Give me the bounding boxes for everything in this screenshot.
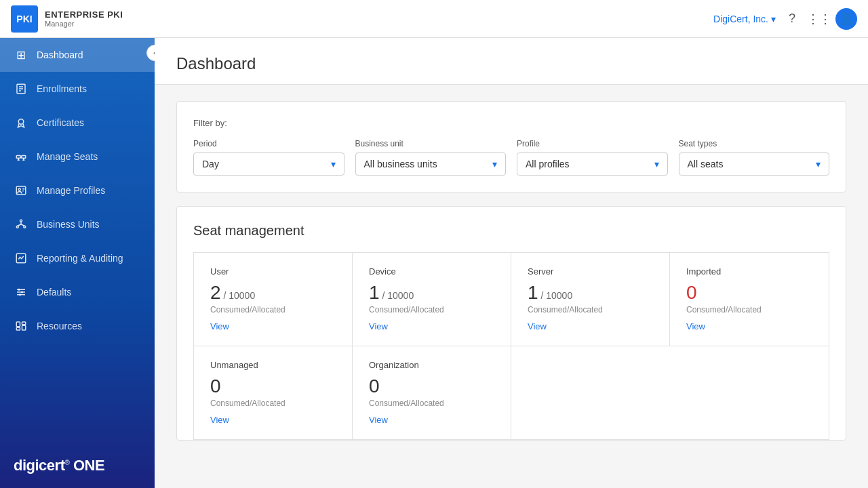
chevron-down-icon: ▾ xyxy=(331,159,336,169)
svg-point-16 xyxy=(16,226,18,228)
business-unit-select[interactable]: All business units ▾ xyxy=(355,152,507,176)
seat-type-label: Imported xyxy=(686,266,812,277)
sidebar-item-label: Defaults xyxy=(37,287,71,298)
filter-group-business-unit: Business unit All business units ▾ xyxy=(355,139,507,176)
view-link[interactable]: View xyxy=(369,415,388,425)
seat-types-select[interactable]: All seats ▾ xyxy=(679,152,830,176)
svg-point-25 xyxy=(18,289,20,291)
defaults-icon xyxy=(14,285,28,300)
filter-card: Filter by: Period Day ▾ Business unit Al… xyxy=(176,101,846,192)
svg-rect-5 xyxy=(16,156,20,159)
org-selector[interactable]: DigiCert, Inc. ▾ xyxy=(713,14,776,24)
seat-count: 0 xyxy=(210,375,336,397)
seat-grid: User2 / 10000Consumed/AllocatedViewDevic… xyxy=(193,252,829,440)
seat-management-title: Seat management xyxy=(193,223,829,239)
seat-types-label: Seat types xyxy=(679,139,830,148)
seat-count: 1 / 10000 xyxy=(369,282,494,304)
chevron-down-icon: ▾ xyxy=(654,159,659,169)
period-select[interactable]: Day ▾ xyxy=(193,152,344,176)
sidebar-item-label: Certificates xyxy=(37,117,84,128)
resources-icon xyxy=(14,319,28,333)
filter-group-profile: Profile All profiles ▾ xyxy=(517,139,668,176)
sidebar-item-certificates[interactable]: Certificates xyxy=(0,106,155,140)
main-body: Filter by: Period Day ▾ Business unit Al… xyxy=(155,85,868,488)
svg-point-15 xyxy=(20,220,22,222)
seat-count: 1 / 10000 xyxy=(528,282,653,304)
sidebar-item-enrollments[interactable]: Enrollments xyxy=(0,72,155,106)
seat-type-label: Organization xyxy=(369,360,494,370)
svg-line-20 xyxy=(21,224,24,226)
profile-select[interactable]: All profiles ▾ xyxy=(517,152,668,176)
filter-row: Period Day ▾ Business unit All business … xyxy=(193,139,829,176)
user-avatar[interactable]: 👤 xyxy=(835,8,857,30)
seat-total: / 10000 xyxy=(538,290,573,301)
reporting-icon xyxy=(14,251,28,266)
chevron-down-icon: ▾ xyxy=(492,159,497,169)
business-units-icon xyxy=(14,217,28,232)
chevron-down-icon: ▾ xyxy=(771,14,776,24)
period-value: Day xyxy=(202,159,219,169)
seat-cell-unmanaged: Unmanaged0Consumed/AllocatedView xyxy=(194,346,353,439)
seat-type-label: Unmanaged xyxy=(210,360,336,370)
seat-count: 2 / 10000 xyxy=(210,282,336,304)
seat-count: 0 xyxy=(686,282,812,304)
sidebar-item-resources[interactable]: Resources xyxy=(0,309,155,343)
sidebar-item-manage-seats[interactable]: Manage Seats xyxy=(0,140,155,174)
view-link[interactable]: View xyxy=(210,415,229,425)
svg-line-19 xyxy=(18,224,21,226)
seat-subtitle: Consumed/Allocated xyxy=(210,305,336,314)
chevron-down-icon: ▾ xyxy=(816,159,821,169)
help-icon[interactable]: ? xyxy=(781,8,803,30)
seat-total: / 10000 xyxy=(221,290,256,301)
seat-management-card: Seat management User2 / 10000Consumed/Al… xyxy=(176,206,846,441)
business-unit-label: Business unit xyxy=(355,139,507,148)
sidebar-item-label: Business Units xyxy=(37,219,100,230)
topbar: PKI ENTERPRISE PKI Manager DigiCert, Inc… xyxy=(0,0,868,38)
svg-rect-6 xyxy=(22,156,26,159)
seat-type-label: User xyxy=(210,266,336,277)
view-link[interactable]: View xyxy=(369,321,388,331)
view-link[interactable]: View xyxy=(210,321,229,331)
seat-total: / 10000 xyxy=(380,290,414,301)
page-title: Dashboard xyxy=(176,54,846,73)
apps-grid-icon[interactable]: ⋮⋮ xyxy=(808,8,830,30)
sidebar-item-label: Manage Profiles xyxy=(37,185,105,196)
svg-point-27 xyxy=(19,293,21,296)
sidebar: ‹ ⊞ Dashboard Enrollments Certificates M… xyxy=(0,38,155,488)
svg-rect-29 xyxy=(16,327,20,330)
sidebar-item-reporting-auditing[interactable]: Reporting & Auditing xyxy=(0,241,155,275)
sidebar-item-label: Reporting & Auditing xyxy=(37,253,123,264)
view-link[interactable]: View xyxy=(528,321,547,331)
sidebar-item-label: Dashboard xyxy=(37,49,83,60)
seat-subtitle: Consumed/Allocated xyxy=(369,399,494,408)
dashboard-icon: ⊞ xyxy=(14,47,28,62)
seat-subtitle: Consumed/Allocated xyxy=(210,399,336,408)
filter-label: Filter by: xyxy=(193,118,829,128)
filter-group-period: Period Day ▾ xyxy=(193,139,344,176)
seat-count: 0 xyxy=(369,375,494,397)
seat-types-value: All seats xyxy=(688,159,724,169)
topbar-right: DigiCert, Inc. ▾ ? ⋮⋮ 👤 xyxy=(713,8,857,30)
app-title-main: ENTERPRISE PKI xyxy=(45,9,123,20)
filter-group-seat-types: Seat types All seats ▾ xyxy=(679,139,830,176)
sidebar-item-defaults[interactable]: Defaults xyxy=(0,275,155,309)
svg-point-12 xyxy=(18,188,20,190)
main-header: Dashboard xyxy=(155,38,868,85)
sidebar-item-label: Resources xyxy=(37,321,82,331)
seat-subtitle: Consumed/Allocated xyxy=(686,305,812,314)
seat-subtitle: Consumed/Allocated xyxy=(528,305,653,314)
profile-label: Profile xyxy=(517,139,668,148)
manage-seats-icon xyxy=(14,149,28,164)
app-title: ENTERPRISE PKI Manager xyxy=(45,9,123,28)
sidebar-item-manage-profiles[interactable]: Manage Profiles xyxy=(0,174,155,207)
sidebar-item-label: Manage Seats xyxy=(37,151,98,162)
topbar-left: PKI ENTERPRISE PKI Manager xyxy=(11,5,123,33)
view-link[interactable]: View xyxy=(686,321,705,331)
enrollments-icon xyxy=(14,81,28,96)
seat-cell-imported: Imported0Consumed/AllocatedView xyxy=(670,253,829,346)
sidebar-item-business-units[interactable]: Business Units xyxy=(0,207,155,241)
svg-rect-30 xyxy=(22,322,26,325)
sidebar-item-dashboard[interactable]: ⊞ Dashboard xyxy=(0,38,155,72)
certificates-icon xyxy=(14,115,28,130)
period-label: Period xyxy=(193,139,344,148)
